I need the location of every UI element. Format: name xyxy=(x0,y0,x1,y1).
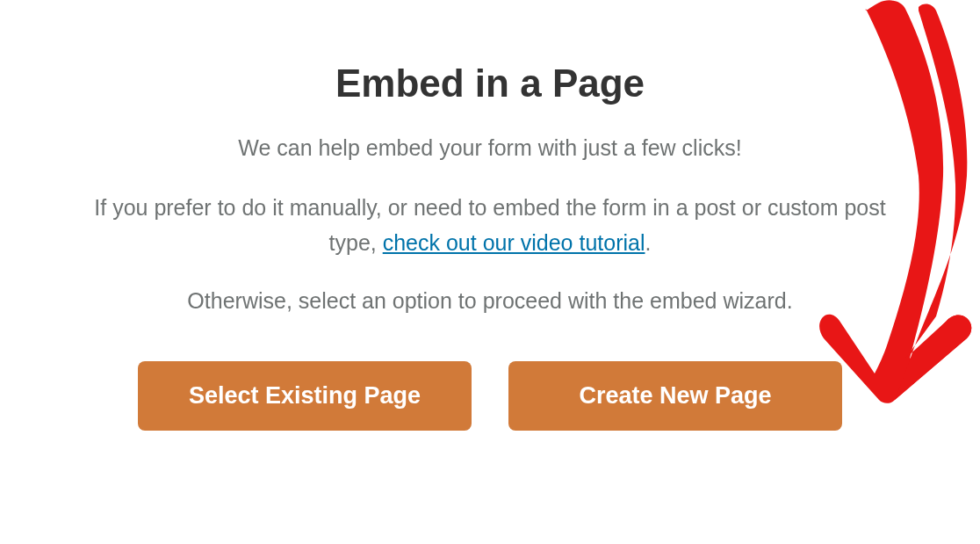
tutorial-link[interactable]: check out our video tutorial xyxy=(383,230,645,255)
modal-title: Embed in a Page xyxy=(88,62,892,105)
manual-suffix: . xyxy=(645,230,651,255)
select-existing-page-button[interactable]: Select Existing Page xyxy=(138,361,472,431)
embed-modal: Embed in a Page We can help embed your f… xyxy=(0,0,980,466)
create-new-page-button[interactable]: Create New Page xyxy=(508,361,842,431)
modal-otherwise: Otherwise, select an option to proceed w… xyxy=(88,285,892,318)
modal-intro: We can help embed your form with just a … xyxy=(88,132,892,165)
button-row: Select Existing Page Create New Page xyxy=(88,361,892,431)
modal-manual-text: If you prefer to do it manually, or need… xyxy=(88,190,892,260)
